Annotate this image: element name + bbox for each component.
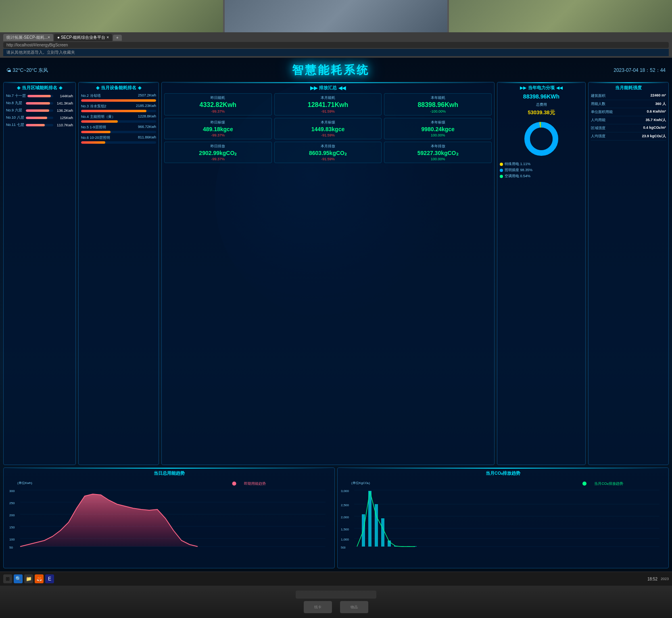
rank-value: 136.2Kwh xyxy=(55,109,73,113)
value: 59227.30kgCO₂ xyxy=(386,150,490,156)
intens-title: 当月能耗强度 xyxy=(615,85,642,91)
total-cost-value: 53039.38元 xyxy=(500,109,583,116)
device-rank-bar xyxy=(81,141,105,144)
browser-address-bar[interactable]: http://localhost/#/energyBigScreen xyxy=(3,42,669,48)
browser-tab-new[interactable]: + xyxy=(113,35,122,41)
emissions-chevron1: ▶▶ xyxy=(310,85,317,91)
svg-text:250: 250 xyxy=(9,501,15,505)
svg-text:当月CO₂排放趋势: 当月CO₂排放趋势 xyxy=(594,482,623,486)
device-rank-bar-container xyxy=(81,99,156,102)
emission-year-co2: 本年排放 59227.30kgCO₂ 100.00% xyxy=(384,142,492,163)
panel-monthly-device: ◈ 当月设备能耗排名 ◈ No.2 冷却塔 2507.2Kwh No.3 冷水泵… xyxy=(78,82,159,465)
value: 2902.99kgCO₂ xyxy=(166,150,270,156)
browser-tabs[interactable]: 统计拓展-SECP-能耗...× ● SECP-能耗综合业务平台 × + xyxy=(3,34,669,41)
emission-yesterday-energy: 昨日能耗 4332.82Kwh -99.37% xyxy=(164,93,272,115)
legend-label: 照明插座 98.35% xyxy=(505,168,532,173)
device-rank-item: No.3 冷水泵组2 2185.23Kwh xyxy=(81,104,156,112)
rank-bar-container xyxy=(27,95,53,97)
intensity-key: 单位面积用能 xyxy=(591,109,613,115)
camera-feed-2 xyxy=(225,0,448,32)
legend-item: 空调用电 0.54% xyxy=(500,174,583,179)
rank-bar-container xyxy=(26,117,53,119)
monthly-area-title: 当月区域能耗排名 xyxy=(22,85,57,91)
panel-title-electricity: ▶▶ 当年电力分项 ◀◀ xyxy=(500,85,583,91)
camera-feed-3 xyxy=(449,0,672,32)
donut-chart xyxy=(521,119,561,159)
device-rank-bar xyxy=(81,120,118,123)
label: 昨日标煤 xyxy=(166,120,270,125)
taskbar-icon-1[interactable]: 🔍 xyxy=(14,574,23,583)
browser-tab-2[interactable]: ● SECP-能耗综合业务平台 × xyxy=(54,34,112,41)
intensity-value: 0.6 Kwh/m² xyxy=(647,109,666,115)
stand-base: 纸卡 物品 xyxy=(304,601,368,613)
svg-text:即期用能趋势: 即期用能趋势 xyxy=(244,482,266,486)
device-rank-value: 811.86Kwh xyxy=(138,135,156,140)
device-rank-header: No.6 10-20层照明 811.86Kwh xyxy=(81,135,156,140)
device-rank-list: No.2 冷却塔 2507.2Kwh No.3 冷水泵组2 2185.23Kwh… xyxy=(81,93,156,144)
stand-item-2: 物品 xyxy=(340,601,368,613)
device-rank-header: No.4 主能照明（黄） 1228.8Kwh xyxy=(81,114,156,119)
area-rank-item: No.10 八层 125Kwh xyxy=(6,115,73,120)
rank-label: No.7 十一层 xyxy=(6,93,26,98)
area-rank-item: No.8 九层 141.3Kwh xyxy=(6,101,73,106)
device-rank-value: 2507.2Kwh xyxy=(138,93,156,98)
label: 本年标煤 xyxy=(386,120,490,125)
rank-value: 125Kwh xyxy=(55,116,73,120)
browser-tab-1[interactable]: 统计拓展-SECP-能耗...× xyxy=(3,34,53,41)
notice-bar: 请从其他浏览器导入。立刻导入收藏夹 xyxy=(3,49,669,56)
intensity-row: 人均强度 23.9 kgCO₂/人 xyxy=(591,134,666,140)
rank-value: 144Kwh xyxy=(55,94,73,98)
svg-rect-37 xyxy=(381,518,384,547)
emission-month-coal: 本月标煤 1449.83kgce -91.59% xyxy=(274,118,382,139)
notice-text: 请从其他浏览器导入。立刻导入收藏夹 xyxy=(6,50,75,55)
taskbar-start[interactable]: ⊞ xyxy=(3,574,12,583)
taskbar-icon-2[interactable]: 📁 xyxy=(24,574,33,583)
intensity-value: 23.9 kgCO₂/人 xyxy=(642,134,666,139)
main-grid: ◈ 当月区域能耗排名 ◈ No.7 十一层 144Kwh No.8 九层 141… xyxy=(3,82,669,465)
chart-co2-title: 当月CO₂排放趋势 xyxy=(340,470,666,476)
emission-yesterday-co2: 昨日排放 2902.99kgCO₂ -99.37% xyxy=(164,142,272,163)
label: 本年能耗 xyxy=(386,95,490,101)
header: 🌤 32°C~20°C 东风 智慧能耗系统 2023-07-04 18：52：4… xyxy=(3,61,669,80)
bottom-section: 当日总用能趋势 (单位Kwh) 300 250 200 150 100 50 xyxy=(3,467,669,568)
chart-daily-energy: 当日总用能趋势 (单位Kwh) 300 250 200 150 100 50 xyxy=(3,467,335,568)
label: 本年排放 xyxy=(386,144,490,149)
chart-co2-svg: (单位KgCO₂) 3,000 2,500 2,000 1,500 1,000 … xyxy=(340,478,666,561)
device-rank-label: No.2 冷却塔 xyxy=(81,93,101,98)
device-rank-value: 1228.8Kwh xyxy=(138,114,156,119)
svg-text:50: 50 xyxy=(9,546,13,549)
taskbar-icon-4[interactable]: E xyxy=(45,574,54,583)
area-rank-item: No.11 七层 110.7Kwh xyxy=(6,122,73,128)
value: 8603.95kgCO₂ xyxy=(276,150,380,156)
panel-title-emissions: ▶▶ 排放汇总 ◀◀ xyxy=(164,85,492,91)
panel-title-bracket-right2: ◈ xyxy=(138,85,141,90)
panel-electricity: ▶▶ 当年电力分项 ◀◀ 88398.96KWh 总费用 53039.38元 xyxy=(497,82,586,465)
browser-chrome: 统计拓展-SECP-能耗...× ● SECP-能耗综合业务平台 × + htt… xyxy=(0,32,672,58)
svg-point-18 xyxy=(232,482,236,486)
change: -91.59% xyxy=(276,109,380,113)
rank-bar-container xyxy=(26,124,53,126)
camera-feed-1 xyxy=(0,0,223,32)
svg-rect-36 xyxy=(375,504,378,547)
label: 本月标煤 xyxy=(276,120,380,125)
rank-value: 110.7Kwh xyxy=(55,123,73,127)
value: 489.18kgce xyxy=(166,126,270,132)
rank-label: No.11 七层 xyxy=(6,122,24,128)
value: 12841.71Kwh xyxy=(276,101,380,109)
panel-title-bracket-left: ◈ xyxy=(17,85,20,90)
intensity-key: 区域强度 xyxy=(591,126,605,131)
svg-text:2,500: 2,500 xyxy=(341,503,349,507)
change: -99.37% xyxy=(166,157,270,161)
change: -91.59% xyxy=(276,133,380,137)
svg-text:(单位Kwh): (单位Kwh) xyxy=(17,481,32,485)
panel-emissions: ▶▶ 排放汇总 ◀◀ 昨日能耗 4332.82Kwh -99.37% 本月能耗 … xyxy=(161,82,495,465)
intensity-row: 用能人数 360 人 xyxy=(591,101,666,108)
taskbar-icon-3[interactable]: 🦊 xyxy=(35,574,44,583)
svg-text:1,500: 1,500 xyxy=(341,528,349,531)
area-rank-list: No.7 十一层 144Kwh No.8 九层 141.3Kwh No.9 六层… xyxy=(6,93,73,128)
label: 本月能耗 xyxy=(276,95,380,101)
cost-label: 总费用 xyxy=(500,102,583,107)
donut-legend: 特殊用电 1.11% 照明插座 98.35% 空调用电 0.54% xyxy=(500,161,583,179)
total-energy-value: 88398.96KWh xyxy=(500,93,583,100)
area-rank-item: No.7 十一层 144Kwh xyxy=(6,93,73,98)
